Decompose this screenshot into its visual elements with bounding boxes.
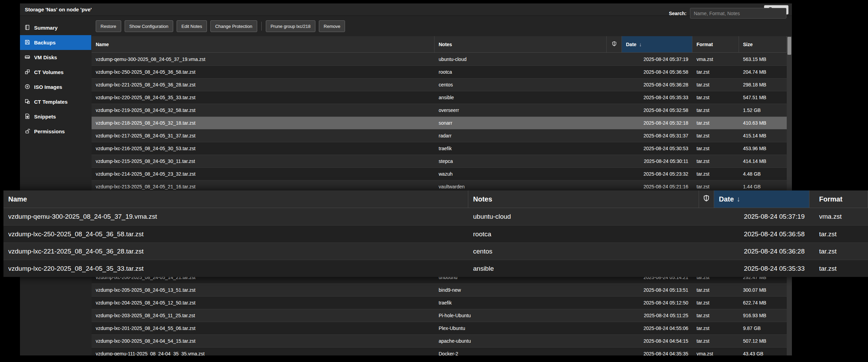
- cell-name: vzdump-qemu-300-2025_08_24-05_37_19.vma.…: [3, 208, 468, 225]
- sidebar-item-label: Backups: [34, 40, 56, 45]
- cell-notes: overseerr: [435, 104, 607, 116]
- column-header-notes[interactable]: Notes: [468, 190, 699, 208]
- cell-protection: [607, 79, 622, 91]
- sidebar-item-permissions[interactable]: Permissions: [20, 124, 91, 139]
- sidebar-item-vm-disks[interactable]: VM Disks: [20, 50, 91, 65]
- column-header-protection[interactable]: [607, 36, 622, 52]
- sort-desc-icon: ↓: [736, 195, 740, 203]
- sidebar-item-backups[interactable]: Backups: [20, 35, 91, 50]
- cell-name: vzdump-lxc-250-2025_08_24-05_36_58.tar.z…: [3, 226, 468, 242]
- shield-icon: [611, 41, 617, 48]
- sidebar-item-summary[interactable]: Summary: [20, 20, 91, 35]
- table-row-rootca[interactable]: vzdump-lxc-250-2025_08_24-05_36_58.tar.z…: [92, 65, 787, 78]
- cell-name: vzdump-lxc-216-2025_08_24-05_30_53.tar.z…: [92, 142, 435, 155]
- cell-date: 2025-08-24 04:55:06: [622, 322, 692, 334]
- hard-drive-icon: [24, 54, 30, 61]
- column-header-date[interactable]: Date↓: [622, 36, 692, 52]
- cell-protection: [607, 117, 622, 129]
- restore-button[interactable]: Restore: [96, 20, 121, 32]
- cell-protection: [607, 309, 622, 322]
- table-row-traefik[interactable]: vzdump-lxc-216-2025_08_24-05_30_53.tar.z…: [92, 142, 787, 155]
- table-row-centos[interactable]: vzdump-lxc-221-2025_08_24-05_36_28.tar.z…: [3, 242, 868, 260]
- remove-button[interactable]: Remove: [319, 20, 345, 32]
- column-header-date[interactable]: Date↓: [714, 190, 809, 208]
- sort-desc-icon: ↓: [639, 41, 642, 47]
- table-row-pi-hole-ubuntu[interactable]: vzdump-lxc-203-2025_08_24-05_11_25.tar.z…: [92, 309, 787, 322]
- sidebar-item-label: CT Volumes: [34, 69, 64, 75]
- column-header-protection[interactable]: [699, 190, 714, 208]
- cell-date: 2025-08-24 05:12:50: [622, 297, 692, 309]
- cell-name: vzdump-lxc-221-2025_08_24-05_36_28.tar.z…: [92, 79, 435, 91]
- cell-size: 547.51 MB: [739, 91, 787, 104]
- cell-size: 415.14 MB: [739, 130, 787, 142]
- cell-date: 2025-08-24 04:35:35: [622, 348, 692, 355]
- sidebar-item-snippets[interactable]: Snippets: [20, 109, 91, 124]
- table-row-docker-2[interactable]: vzdump-qemu-111-2025_08_24-04_35_35.vma.…: [92, 347, 787, 355]
- table-row-ubuntu-cloud[interactable]: vzdump-qemu-300-2025_08_24-05_37_19.vma.…: [92, 53, 787, 65]
- cell-notes: rootca: [468, 226, 699, 242]
- column-header-name[interactable]: Name: [92, 36, 435, 52]
- table-row-wazuh[interactable]: vzdump-lxc-214-2025_08_24-05_23_32.tar.z…: [92, 167, 787, 180]
- cell-protection: [607, 53, 622, 65]
- table-row-bind9-new[interactable]: vzdump-lxc-205-2025_08_24-05_13_51.tar.z…: [92, 283, 787, 296]
- column-header-notes[interactable]: Notes: [435, 36, 607, 52]
- cell-protection: [607, 104, 622, 116]
- prune-group-lxc-218-button[interactable]: Prune group lxc/218: [266, 20, 315, 32]
- toolbar: RestoreShow ConfigurationEdit NotesChang…: [92, 16, 792, 36]
- cell-notes: centos: [435, 79, 607, 91]
- cell-date: 2025-08-24 05:13:51: [622, 284, 692, 296]
- cell-protection: [607, 155, 622, 167]
- table-row-plex-ubuntu[interactable]: vzdump-lxc-201-2025_08_24-04_55_06.tar.z…: [92, 322, 787, 334]
- table-row-radarr[interactable]: vzdump-lxc-217-2025_08_24-05_31_37.tar.z…: [92, 129, 787, 142]
- cell-format: tar.zst: [692, 130, 739, 142]
- cell-protection: [607, 130, 622, 142]
- column-header-format[interactable]: Format: [692, 36, 739, 52]
- cell-protection: [699, 260, 714, 277]
- cell-notes: Plex-Ubuntu: [435, 322, 607, 334]
- change-protection-button[interactable]: Change Protection: [210, 20, 257, 32]
- column-header-format[interactable]: Format: [809, 190, 868, 208]
- cell-format: tar.zst: [692, 142, 739, 155]
- sidebar-item-ct-templates[interactable]: CT Templates: [20, 94, 91, 109]
- table-row-traefik[interactable]: vzdump-lxc-204-2025_08_24-05_12_50.tar.z…: [92, 296, 787, 309]
- table-row-ubuntu-cloud[interactable]: vzdump-qemu-300-2025_08_24-05_37_19.vma.…: [3, 208, 868, 225]
- cell-name: vzdump-lxc-220-2025_08_24-05_35_33.tar.z…: [3, 260, 468, 277]
- cell-notes: rootca: [435, 66, 607, 78]
- cell-protection: [699, 208, 714, 225]
- cell-date: 2025-08-24 05:36:58: [622, 66, 692, 78]
- cell-name: vzdump-lxc-218-2025_08_24-05_32_18.tar.z…: [92, 117, 435, 129]
- cell-date: 2025-08-24 05:30:53: [622, 142, 692, 155]
- sidebar-item-iso-images[interactable]: ISO Images: [20, 80, 91, 94]
- shield-icon: [703, 195, 710, 204]
- cell-date: 2025-08-24 05:32:58: [622, 104, 692, 116]
- cell-notes: radarr: [435, 130, 607, 142]
- table-row-ansible[interactable]: vzdump-lxc-220-2025_08_24-05_35_33.tar.z…: [92, 91, 787, 104]
- table-row-overseerr[interactable]: vzdump-lxc-219-2025_08_24-05_32_58.tar.z…: [92, 104, 787, 116]
- edit-notes-button[interactable]: Edit Notes: [177, 20, 207, 32]
- cell-date: 2025-08-24 05:32:18: [622, 117, 692, 129]
- table-row-centos[interactable]: vzdump-lxc-221-2025_08_24-05_36_28.tar.z…: [92, 78, 787, 91]
- scrollbar-thumb[interactable]: [787, 37, 791, 55]
- column-header-name[interactable]: Name: [3, 190, 468, 208]
- cell-date: 2025-08-24 05:37:19: [714, 208, 809, 225]
- sidebar-item-ct-volumes[interactable]: CT Volumes: [20, 65, 91, 80]
- cell-size: 916.93 MB: [739, 309, 787, 322]
- sidebar: SummaryBackupsVM DisksCT VolumesISO Imag…: [20, 16, 91, 355]
- table-row-stepca[interactable]: vzdump-lxc-215-2025_08_24-05_30_11.tar.z…: [92, 155, 787, 167]
- table-row-apache-ubuntu[interactable]: vzdump-lxc-200-2025_08_24-04_54_15.tar.z…: [92, 334, 787, 347]
- cell-size: 9.87 GB: [739, 322, 787, 334]
- cell-notes: Pi-hole-Ubuntu: [435, 309, 607, 322]
- cell-notes: ubuntu-cloud: [435, 53, 607, 65]
- column-header-size[interactable]: Size: [739, 36, 787, 52]
- cell-size: 453.96 MB: [739, 142, 787, 155]
- table-row-ansible[interactable]: vzdump-lxc-220-2025_08_24-05_35_33.tar.z…: [3, 260, 868, 277]
- cell-name: vzdump-qemu-111-2025_08_24-04_35_35.vma.…: [92, 348, 435, 355]
- show-configuration-button[interactable]: Show Configuration: [125, 20, 173, 32]
- table-row-sonarr[interactable]: vzdump-lxc-218-2025_08_24-05_32_18.tar.z…: [92, 116, 787, 129]
- cell-name: vzdump-lxc-219-2025_08_24-05_32_58.tar.z…: [92, 104, 435, 116]
- search-input[interactable]: [690, 8, 786, 19]
- table-row-rootca[interactable]: vzdump-lxc-250-2025_08_24-05_36_58.tar.z…: [3, 225, 868, 242]
- cell-format: tar.zst: [692, 104, 739, 116]
- table-header-row: NameNotesDate↓FormatSize: [92, 36, 787, 53]
- cell-size: 507.12 MB: [739, 335, 787, 347]
